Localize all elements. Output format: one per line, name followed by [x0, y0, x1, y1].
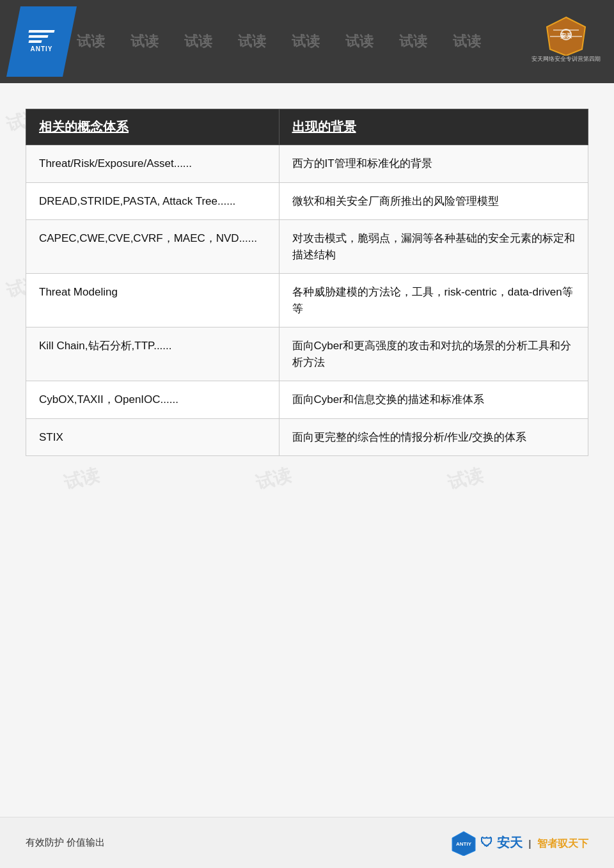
watermark-2: 试读: [130, 32, 159, 51]
table-row: Threat/Risk/Exposure/Asset......西方的IT管理和…: [26, 145, 588, 183]
table-row: Threat Modeling各种威胁建模的方法论，工具，risk-centri…: [26, 274, 588, 327]
header-watermarks: 试读 试读 试读 试读 试读 试读 试读 试读: [77, 0, 537, 83]
col2-header: 出现的背景: [279, 109, 588, 145]
footer-logo-text2: 智者驭天下: [537, 838, 588, 849]
table-cell-right-5: 面向Cyber和信息交换的描述和标准体系: [279, 381, 588, 419]
logo-box: ANTIY: [6, 6, 77, 77]
table-cell-left-6: STIX: [26, 418, 279, 456]
table-cell-right-2: 对攻击模式，脆弱点，漏洞等各种基础的安全元素的标定和描述结构: [279, 220, 588, 274]
table-cell-left-5: CybOX,TAXII，OpenIOC......: [26, 381, 279, 419]
table-cell-left-1: DREAD,STRIDE,PASTA, Attack Tree......: [26, 182, 279, 220]
table-row: DREAD,STRIDE,PASTA, Attack Tree......微软和…: [26, 182, 588, 220]
col1-header: 相关的概念体系: [26, 109, 279, 145]
table-row: Kill Chain,钻石分析,TTP......面向Cyber和更高强度的攻击…: [26, 327, 588, 381]
header: ANTIY 试读 试读 试读 试读 试读 试读 试读 试读 安天 安: [0, 0, 614, 83]
table-row: CAPEC,CWE,CVE,CVRF，MAEC，NVD......对攻击模式，脆…: [26, 220, 588, 274]
watermark-5: 试读: [292, 32, 320, 51]
shield-svg: 安天: [540, 14, 592, 56]
table-cell-right-1: 微软和相关安全厂商所推出的风险管理模型: [279, 182, 588, 220]
footer-logo-icon: ANTIY: [451, 830, 476, 856]
table-cell-right-3: 各种威胁建模的方法论，工具，risk-centric，data-driven等等: [279, 274, 588, 327]
watermark-3: 试读: [184, 32, 212, 51]
top-right-logo: 安天 安天网络安全专训营第四期: [528, 10, 604, 67]
footer-logo: ANTIY 🛡 安天 | 智者驭天下: [451, 830, 588, 856]
table-cell-left-2: CAPEC,CWE,CVE,CVRF，MAEC，NVD......: [26, 220, 279, 274]
table-row: CybOX,TAXII，OpenIOC......面向Cyber和信息交换的描述…: [26, 381, 588, 419]
top-right-logo-img: 安天: [540, 14, 592, 52]
watermark-1: 试读: [77, 32, 105, 51]
antiy-label: ANTIY: [29, 45, 54, 53]
footer-left-text: 有效防护 价值输出: [26, 837, 105, 849]
watermark-4: 试读: [238, 32, 266, 51]
watermark-6: 试读: [345, 32, 374, 51]
footer-slogan: |: [528, 838, 531, 849]
table-cell-right-4: 面向Cyber和更高强度的攻击和对抗的场景的分析工具和分析方法: [279, 327, 588, 381]
main-content: 相关的概念体系 出现的背景 Threat/Risk/Exposure/Asset…: [0, 83, 614, 475]
svg-text:ANTIY: ANTIY: [456, 841, 472, 847]
top-right-caption: 安天网络安全专训营第四期: [531, 55, 601, 63]
watermark-7: 试读: [399, 32, 427, 51]
table-cell-left-4: Kill Chain,钻石分析,TTP......: [26, 327, 279, 381]
footer: 有效防护 价值输出 ANTIY 🛡 安天 | 智者驭天下: [0, 817, 614, 868]
main-table: 相关的概念体系 出现的背景 Threat/Risk/Exposure/Asset…: [26, 109, 588, 456]
logo-inner: ANTIY: [29, 30, 54, 53]
table-row: STIX面向更完整的综合性的情报分析/作业/交换的体系: [26, 418, 588, 456]
footer-right: ANTIY 🛡 安天 | 智者驭天下: [451, 830, 588, 856]
svg-text:安天: 安天: [560, 32, 572, 39]
watermark-8: 试读: [453, 32, 481, 51]
table-cell-left-0: Threat/Risk/Exposure/Asset......: [26, 145, 279, 183]
footer-logo-text1: 🛡 安天 | 智者驭天下: [480, 834, 588, 851]
table-cell-right-6: 面向更完整的综合性的情报分析/作业/交换的体系: [279, 418, 588, 456]
table-cell-left-3: Threat Modeling: [26, 274, 279, 327]
table-cell-right-0: 西方的IT管理和标准化的背景: [279, 145, 588, 183]
